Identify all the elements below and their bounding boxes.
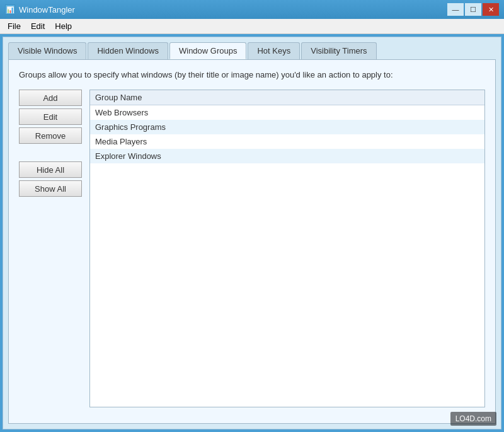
tab-visibility-timers[interactable]: Visibility Timers <box>301 42 376 59</box>
show-all-button[interactable]: Show All <box>19 180 82 197</box>
title-bar-controls: — ☐ ✕ <box>447 3 499 16</box>
minimize-button[interactable]: — <box>447 3 464 16</box>
tab-hot-keys[interactable]: Hot Keys <box>248 42 300 59</box>
edit-button[interactable]: Edit <box>19 108 82 125</box>
menu-edit[interactable]: Edit <box>26 20 50 32</box>
tab-visible-windows[interactable]: Visible Windows <box>8 42 86 59</box>
hide-all-button[interactable]: Hide All <box>19 161 82 178</box>
remove-button[interactable]: Remove <box>19 127 82 144</box>
list-item[interactable]: Explorer Windows <box>90 149 484 163</box>
window-title: WindowTangler <box>19 5 75 15</box>
tab-hidden-windows[interactable]: Hidden Windows <box>88 42 168 59</box>
app-icon: 📊 <box>5 4 15 15</box>
close-button[interactable]: ✕ <box>483 3 499 16</box>
list-item[interactable]: Media Players <box>90 134 484 149</box>
content-area: Groups allow you to specify what windows… <box>8 59 496 424</box>
groups-list: Group Name Web Browsers Graphics Program… <box>89 90 485 407</box>
menu-file[interactable]: File <box>3 20 26 32</box>
button-spacer <box>19 146 82 159</box>
tab-window-groups[interactable]: Window Groups <box>169 42 246 59</box>
panel: Add Edit Remove Hide All Show All Group … <box>19 90 485 407</box>
description-text: Groups allow you to specify what windows… <box>19 70 485 79</box>
menu-bar: File Edit Help <box>0 19 504 34</box>
maximize-button[interactable]: ☐ <box>465 3 481 16</box>
list-item[interactable]: Web Browsers <box>90 105 484 120</box>
watermark: LO4D.com <box>450 412 496 426</box>
title-bar: 📊 WindowTangler — ☐ ✕ <box>0 0 504 19</box>
button-panel: Add Edit Remove Hide All Show All <box>19 90 82 407</box>
main-window: Visible Windows Hidden Windows Window Gr… <box>3 37 501 429</box>
tab-bar: Visible Windows Hidden Windows Window Gr… <box>3 37 501 59</box>
list-item[interactable]: Graphics Programs <box>90 120 484 134</box>
add-button[interactable]: Add <box>19 90 82 106</box>
title-bar-left: 📊 WindowTangler <box>5 4 75 15</box>
list-header: Group Name <box>90 90 484 105</box>
menu-help[interactable]: Help <box>50 20 77 32</box>
